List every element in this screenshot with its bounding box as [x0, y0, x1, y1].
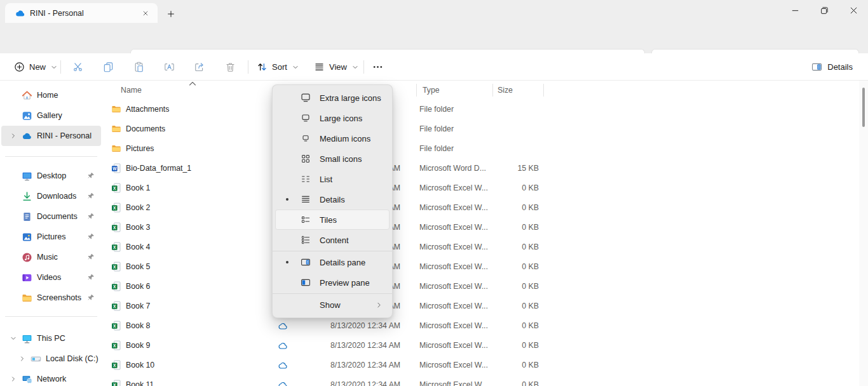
view-menu-item-details-pane[interactable]: Details pane	[275, 252, 390, 272]
expander-chevron-icon[interactable]	[5, 272, 22, 283]
file-date-modified: 8/13/2020 12:34 AM	[330, 380, 400, 386]
expander-chevron-icon[interactable]	[5, 232, 22, 242]
chevron-right-icon[interactable]	[14, 354, 31, 364]
file-name[interactable]: Book 10	[126, 361, 154, 369]
file-row[interactable]: X Book 10 8/13/2020 12:34 AM Microsoft E…	[103, 356, 859, 375]
expander-chevron-icon[interactable]	[5, 211, 22, 222]
file-name[interactable]: Book 11	[126, 380, 154, 386]
column-header-name[interactable]: Name	[121, 86, 142, 95]
file-name[interactable]: Documents	[126, 124, 165, 133]
column-header-size[interactable]: Size	[498, 86, 513, 95]
file-row[interactable]: X Book 9 8/13/2020 12:34 AM Microsoft Ex…	[103, 336, 859, 356]
expander-chevron-icon[interactable]	[5, 110, 22, 121]
file-row[interactable]: X Book 5 8/13/2020 12:34 AM Microsoft Ex…	[103, 257, 859, 277]
close-button[interactable]	[839, 0, 868, 21]
chevron-right-icon[interactable]	[5, 374, 22, 384]
expander-chevron-icon[interactable]	[5, 252, 22, 262]
sort-button[interactable]: Sort	[253, 57, 303, 77]
sidebar-item-home[interactable]: Home	[1, 85, 101, 105]
file-name[interactable]: Book 6	[126, 282, 150, 291]
expander-chevron-icon[interactable]	[5, 191, 22, 201]
sidebar-item-label: This PC	[37, 334, 65, 343]
share-button[interactable]	[187, 57, 210, 77]
file-name[interactable]: Book 5	[126, 262, 150, 271]
rename-button[interactable]	[158, 57, 180, 77]
file-size: 0 KB	[459, 321, 539, 330]
chevron-down-icon[interactable]	[5, 333, 22, 343]
file-name[interactable]: Book 1	[126, 183, 150, 192]
file-row[interactable]: X Book 3 8/13/2020 12:34 AM Microsoft Ex…	[103, 218, 859, 237]
tab-close-icon[interactable]	[139, 6, 153, 20]
sidebar-item-screenshots[interactable]: Screenshots	[1, 288, 101, 308]
sidebar-item-network[interactable]: Network	[1, 369, 101, 386]
cut-button[interactable]	[66, 57, 89, 77]
more-options-button[interactable]	[366, 57, 389, 77]
file-name[interactable]: Book 8	[126, 321, 150, 330]
sidebar-item-rini-personal[interactable]: RINI - Personal	[1, 126, 101, 146]
new-tab-button[interactable]	[163, 6, 179, 22]
sidebar-item-pictures[interactable]: Pictures	[1, 227, 101, 247]
chevron-right-icon[interactable]	[5, 131, 22, 141]
view-menu-item-tiles[interactable]: Tiles	[275, 210, 390, 230]
view-button[interactable]: View	[310, 57, 363, 77]
file-row[interactable]: X Book 6 8/13/2020 12:34 AM Microsoft Ex…	[103, 277, 859, 296]
expander-chevron-icon[interactable]	[5, 90, 22, 100]
sidebar-item-this-pc[interactable]: This PC	[1, 328, 101, 349]
file-name[interactable]: Book 9	[126, 341, 150, 350]
details-pane-toggle-button[interactable]: Details	[805, 57, 859, 77]
file-name[interactable]: Book 3	[126, 223, 150, 232]
delete-button[interactable]	[219, 57, 241, 77]
explorer-tab[interactable]: RINI - Personal	[5, 3, 158, 23]
view-menu-item-show[interactable]: Show	[275, 295, 390, 315]
network-icon	[22, 374, 32, 385]
extra-large-icons-icon	[301, 93, 311, 103]
pin-icon	[87, 192, 95, 200]
file-row[interactable]: X Book 8 8/13/2020 12:34 AM Microsoft Ex…	[103, 316, 859, 336]
view-menu-item-preview-pane[interactable]: Preview pane	[275, 272, 390, 293]
file-name[interactable]: Bio-Data_format_1	[126, 164, 191, 173]
file-row[interactable]: Documents File folder	[103, 119, 859, 139]
view-menu-item-list[interactable]: List	[275, 169, 390, 189]
file-row[interactable]: X Book 1 8/13/2020 12:34 AM Microsoft Ex…	[103, 178, 859, 198]
copy-button[interactable]	[97, 57, 119, 77]
view-menu-item-details[interactable]: Details	[275, 189, 390, 210]
scrollbar-thumb[interactable]	[862, 88, 865, 127]
file-row[interactable]: W Bio-Data_format_1 8/13/2020 12:34 AM M…	[103, 159, 859, 178]
sidebar-item-music[interactable]: Music	[1, 247, 101, 267]
column-divider[interactable]	[492, 84, 493, 96]
sidebar-item-local-disk-c[interactable]: Local Disk (C:)	[1, 349, 101, 369]
sidebar-item-videos[interactable]: Videos	[1, 267, 101, 288]
file-row[interactable]: X Book 7 8/13/2020 12:34 AM Microsoft Ex…	[103, 296, 859, 316]
file-name[interactable]: Book 7	[126, 302, 150, 310]
sidebar-item-documents[interactable]: Documents	[1, 206, 101, 227]
sidebar-item-desktop[interactable]: Desktop	[1, 166, 101, 186]
file-name[interactable]: Pictures	[126, 144, 154, 153]
column-header-type[interactable]: Type	[423, 86, 440, 95]
file-row[interactable]: Pictures File folder	[103, 139, 859, 159]
new-button[interactable]: New	[9, 57, 63, 77]
expander-chevron-icon[interactable]	[5, 171, 22, 181]
file-name[interactable]: Book 4	[126, 243, 150, 251]
sidebar-item-downloads[interactable]: Downloads	[1, 186, 101, 206]
view-menu-item-extra-large-icons[interactable]: Extra large icons	[275, 88, 390, 108]
expander-chevron-icon[interactable]	[5, 293, 22, 303]
column-divider[interactable]	[543, 84, 544, 96]
view-menu-item-medium-icons[interactable]: Medium icons	[275, 128, 390, 149]
file-row[interactable]: X Book 11 8/13/2020 12:34 AM Microsoft E…	[103, 375, 859, 386]
column-divider[interactable]	[416, 84, 417, 96]
file-row[interactable]: X Book 2 8/13/2020 12:34 AM Microsoft Ex…	[103, 198, 859, 218]
view-menu-item-small-icons[interactable]: Small icons	[275, 149, 390, 169]
maximize-button[interactable]	[810, 0, 839, 21]
file-row[interactable]: Attachments File folder	[103, 100, 859, 119]
view-menu-item-content[interactable]: Content	[275, 230, 390, 250]
file-row[interactable]: X Book 4 8/13/2020 12:34 AM Microsoft Ex…	[103, 237, 859, 257]
large-icons-icon	[301, 113, 311, 123]
file-name[interactable]: Book 2	[126, 203, 150, 212]
paste-button[interactable]	[127, 57, 150, 77]
view-menu-item-large-icons[interactable]: Large icons	[275, 108, 390, 128]
file-name[interactable]: Attachments	[126, 105, 169, 114]
vertical-scrollbar[interactable]	[859, 81, 868, 386]
minimize-button[interactable]	[780, 0, 810, 21]
sidebar-item-gallery[interactable]: Gallery	[1, 105, 101, 126]
excel-file-icon: X	[111, 203, 121, 213]
